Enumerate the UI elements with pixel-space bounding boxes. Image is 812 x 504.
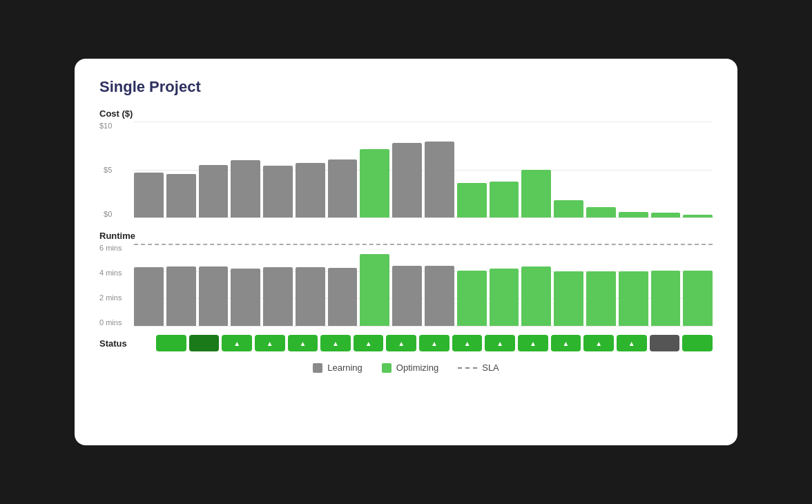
cost-label: Cost ($) bbox=[99, 108, 713, 119]
badge-icon-6: ▲ bbox=[365, 340, 372, 347]
status-label: Status bbox=[99, 338, 152, 349]
runtime-chart-section: Runtime 6 mins 4 mins 2 mins 0 mins bbox=[99, 231, 713, 327]
badge-icon-13: ▲ bbox=[595, 340, 602, 347]
status-badge-4: ▲ bbox=[288, 335, 318, 351]
legend-learning-label: Learning bbox=[327, 362, 362, 373]
badge-icon-11: ▲ bbox=[530, 340, 536, 347]
cost-bar-3 bbox=[231, 160, 260, 217]
legend-learning: Learning bbox=[313, 362, 362, 373]
status-badge-1 bbox=[189, 335, 220, 351]
runtime-bar-17 bbox=[683, 271, 713, 326]
legend-optimizing-label: Optimizing bbox=[396, 362, 438, 373]
status-badge-6: ▲ bbox=[354, 335, 384, 351]
status-badge-3: ▲ bbox=[255, 335, 285, 351]
runtime-bar-16 bbox=[651, 271, 681, 326]
status-badge-5: ▲ bbox=[320, 335, 351, 351]
cost-bar-1 bbox=[166, 174, 196, 217]
legend-sla-icon bbox=[458, 367, 477, 369]
cost-bar-15 bbox=[619, 212, 648, 217]
cost-bar-16 bbox=[651, 213, 681, 217]
legend-sla: SLA bbox=[458, 362, 499, 373]
legend-learning-icon bbox=[313, 363, 322, 373]
runtime-bar-0 bbox=[134, 267, 164, 326]
status-badge-0 bbox=[156, 335, 186, 351]
status-badge-14: ▲ bbox=[617, 335, 647, 351]
runtime-bar-11 bbox=[490, 269, 519, 326]
badge-icon-10: ▲ bbox=[496, 340, 503, 347]
runtime-label: Runtime bbox=[99, 231, 713, 241]
status-badges: ▲▲▲▲▲▲▲▲▲▲▲▲▲ bbox=[156, 335, 713, 351]
cost-bar-13 bbox=[554, 200, 583, 217]
legend-optimizing: Optimizing bbox=[382, 362, 438, 373]
cost-chart-section: Cost ($) $10 $5 $0 bbox=[99, 108, 713, 218]
runtime-y-6: 6 mins bbox=[99, 244, 122, 252]
runtime-bars bbox=[134, 244, 713, 326]
cost-bar-6 bbox=[328, 159, 358, 217]
status-badge-13: ▲ bbox=[583, 335, 614, 351]
status-badge-2: ▲ bbox=[222, 335, 252, 351]
badge-icon-9: ▲ bbox=[464, 340, 471, 347]
cost-bar-8 bbox=[392, 143, 422, 217]
status-badge-10: ▲ bbox=[485, 335, 515, 351]
runtime-bar-7 bbox=[360, 254, 389, 326]
status-badge-16 bbox=[682, 335, 713, 351]
status-badge-9: ▲ bbox=[452, 335, 483, 351]
cost-bar-5 bbox=[296, 163, 325, 217]
cost-bar-0 bbox=[134, 173, 164, 217]
runtime-bar-15 bbox=[619, 271, 648, 326]
runtime-y-0: 0 mins bbox=[99, 318, 122, 327]
status-badge-11: ▲ bbox=[518, 335, 548, 351]
badge-icon-14: ▲ bbox=[628, 340, 635, 347]
badge-icon-8: ▲ bbox=[431, 340, 438, 347]
status-badge-12: ▲ bbox=[551, 335, 581, 351]
runtime-y-4: 4 mins bbox=[99, 269, 122, 277]
legend: Learning Optimizing SLA bbox=[99, 362, 713, 373]
runtime-bar-13 bbox=[554, 271, 583, 326]
runtime-bar-4 bbox=[263, 267, 293, 326]
status-badge-7: ▲ bbox=[386, 335, 416, 351]
cost-y-label-10: $10 bbox=[99, 122, 112, 130]
badge-icon-7: ▲ bbox=[398, 340, 405, 347]
badge-icon-2: ▲ bbox=[233, 340, 240, 347]
cost-bars bbox=[134, 122, 713, 217]
runtime-bar-8 bbox=[392, 266, 422, 326]
cost-bar-14 bbox=[586, 207, 616, 217]
cost-bar-7 bbox=[360, 149, 389, 217]
badge-icon-12: ▲ bbox=[563, 340, 570, 347]
cost-bar-2 bbox=[199, 165, 229, 217]
cost-bar-11 bbox=[490, 182, 519, 217]
runtime-bar-2 bbox=[199, 266, 229, 326]
cost-bar-17 bbox=[683, 215, 713, 217]
runtime-bar-6 bbox=[328, 268, 358, 326]
status-badge-8: ▲ bbox=[419, 335, 450, 351]
runtime-bar-14 bbox=[586, 271, 616, 326]
main-card: Single Project Cost ($) $10 $5 $0 Runtim… bbox=[75, 59, 737, 445]
cost-y-label-0: $0 bbox=[104, 210, 112, 218]
badge-icon-5: ▲ bbox=[332, 340, 339, 347]
runtime-bar-5 bbox=[296, 267, 325, 326]
runtime-y-2: 2 mins bbox=[99, 293, 122, 302]
runtime-bar-9 bbox=[425, 266, 454, 326]
cost-bar-12 bbox=[521, 170, 551, 217]
cost-bar-10 bbox=[457, 183, 487, 217]
cost-bar-9 bbox=[425, 142, 454, 217]
cost-bar-4 bbox=[263, 166, 293, 217]
legend-optimizing-icon bbox=[382, 363, 392, 373]
runtime-bar-10 bbox=[457, 271, 487, 326]
runtime-bar-12 bbox=[521, 266, 551, 326]
badge-icon-3: ▲ bbox=[267, 340, 273, 347]
badge-icon-4: ▲ bbox=[299, 340, 306, 347]
runtime-bar-1 bbox=[166, 266, 196, 326]
runtime-bar-3 bbox=[231, 269, 260, 326]
status-section: Status ▲▲▲▲▲▲▲▲▲▲▲▲▲ bbox=[99, 335, 713, 351]
cost-y-label-5: $5 bbox=[104, 166, 112, 174]
legend-sla-label: SLA bbox=[482, 362, 499, 373]
status-badge-15 bbox=[650, 335, 680, 351]
card-title: Single Project bbox=[99, 78, 713, 96]
